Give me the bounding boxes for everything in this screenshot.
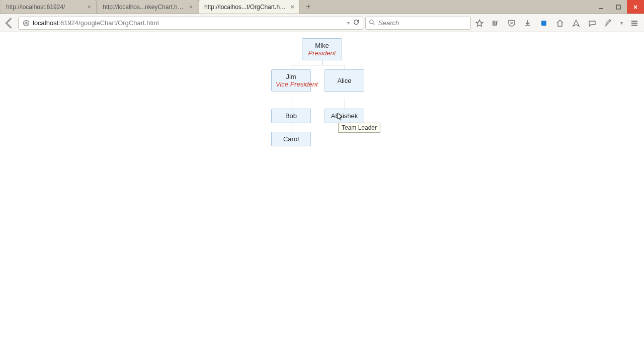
browser-tab-1[interactable]: http://localhos...nkeyChart.html × [98,0,198,14]
svg-rect-11 [631,23,637,24]
orgchart-node-abhishek[interactable]: Abhishek [325,109,364,123]
node-name: Jim [276,73,306,80]
node-title: President [306,49,338,57]
search-input[interactable] [378,19,467,27]
orgchart-tooltip: Team Leader [338,123,380,133]
url-history-dropdown[interactable]: ▾ [347,20,350,26]
maximize-button[interactable] [610,0,627,14]
newtab-button[interactable]: + [304,3,313,12]
connector [345,65,345,69]
connector [291,65,345,65]
url-path: :61924/googleChart/OrgChart.html [58,19,158,27]
connector [291,98,291,109]
svg-rect-1 [616,5,620,9]
downloads-icon[interactable] [521,17,534,30]
page-content: Mike President Jim Vice President Alice … [0,32,644,362]
orgchart: Mike President Jim Vice President Alice … [231,38,413,169]
node-name: Bob [276,112,306,120]
close-icon[interactable]: × [87,4,91,10]
browser-tabstrip: http://localhost:61924/ × http://localho… [0,0,313,14]
orgchart-node-bob[interactable]: Bob [271,109,311,123]
close-window-button[interactable]: × [627,0,644,14]
tab-label: http://localhos...t/OrgChart.html [204,4,286,11]
svg-rect-10 [631,21,637,22]
tab-label: http://localhos...nkeyChart.html [103,4,185,11]
node-name: Alice [329,77,360,84]
orgchart-node-jim[interactable]: Jim Vice President [271,69,311,92]
menu-icon[interactable] [628,17,641,30]
close-icon[interactable]: × [189,4,193,10]
svg-rect-7 [496,20,498,25]
svg-point-3 [370,20,373,23]
site-identity-icon[interactable] [22,19,31,28]
url-bar[interactable]: localhost :61924/googleChart/OrgChart.ht… [18,17,363,30]
close-icon[interactable]: × [290,4,294,10]
node-name: Abhishek [329,112,360,120]
orgchart-node-carol[interactable]: Carol [271,132,311,146]
window-titlebar: http://localhost:61924/ × http://localho… [0,0,644,14]
bookmark-star-icon[interactable] [473,17,486,30]
home-icon[interactable] [553,17,567,30]
send-icon[interactable] [570,17,583,30]
overflow-caret-icon[interactable]: ▾ [618,17,625,30]
node-name: Mike [306,42,338,49]
pocket-icon[interactable] [505,17,518,30]
search-bar[interactable] [365,17,471,30]
extension-blue-icon[interactable] [537,17,550,30]
back-button[interactable] [3,17,16,30]
svg-rect-5 [493,21,494,26]
svg-rect-9 [541,21,546,26]
window-controls: × [593,0,644,14]
toolbar-icons: ▾ [473,17,641,30]
chat-icon[interactable] [586,17,599,30]
brush-icon[interactable] [602,17,615,30]
svg-line-4 [373,23,375,25]
svg-rect-8 [525,25,530,26]
svg-rect-6 [495,21,496,26]
tooltip-text: Team Leader [342,124,377,131]
node-title: Vice President [276,80,306,88]
library-icon[interactable] [489,17,502,30]
orgchart-wrap: Mike President Jim Vice President Alice … [0,38,644,169]
connector [345,98,345,109]
connector [291,123,291,132]
svg-rect-12 [631,25,637,26]
browser-tab-2[interactable]: http://localhos...t/OrgChart.html × [199,0,300,14]
url-host: localhost [33,19,58,27]
connector [291,65,291,69]
orgchart-node-alice[interactable]: Alice [325,69,364,92]
node-name: Carol [276,135,306,143]
minimize-button[interactable] [593,0,610,14]
orgchart-node-mike[interactable]: Mike President [302,38,342,60]
browser-tab-0[interactable]: http://localhost:61924/ × [1,0,97,14]
svg-rect-0 [599,8,603,9]
mouse-cursor-icon [337,113,343,122]
search-icon [369,19,375,27]
browser-toolbar: localhost :61924/googleChart/OrgChart.ht… [0,14,644,32]
tab-label: http://localhost:61924/ [6,4,83,11]
reload-button[interactable] [353,19,360,27]
titlebar-spacer [313,0,593,14]
